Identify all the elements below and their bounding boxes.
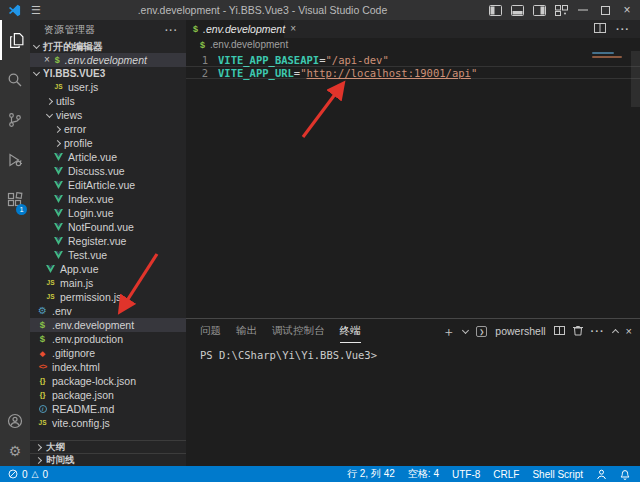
timeline-section[interactable]: 时间线 [30,453,186,466]
js-icon: JS [45,280,56,287]
editor-more-actions-icon[interactable]: ··· [616,23,630,35]
source-control-icon[interactable] [0,100,30,140]
vue-icon [53,223,64,231]
tree-item-EditArticle.vue[interactable]: EditArticle.vue [30,178,186,192]
outline-section[interactable]: 大纲 [30,440,186,453]
tree-item-Index.vue[interactable]: Index.vue [30,192,186,206]
kill-terminal-icon[interactable] [573,325,583,338]
problems-status[interactable]: 0 △ 0 [8,469,48,480]
tree-item-index.html[interactable]: <>index.html [30,360,186,374]
minimize-button[interactable] [572,0,594,20]
customize-layout-icon[interactable] [550,0,572,20]
tab-debug-console[interactable]: 调试控制台 [272,319,325,343]
file-name: package.json [52,389,114,401]
tree-item-vite.config.js[interactable]: JSvite.config.js [30,416,186,430]
editor-area: $ .env.development × ··· $ .env.developm… [186,20,640,466]
chevron-down-icon [33,42,40,49]
search-icon[interactable] [0,60,30,100]
explorer-icon[interactable] [0,20,30,60]
tab-problems[interactable]: 问题 [200,319,221,343]
panel-more-icon[interactable]: ··· [591,325,605,337]
terminal-output[interactable]: PS D:\CSharp\Yi\Yi.BBS.Vue3> [186,343,640,466]
tree-item-Discuss.vue[interactable]: Discuss.vue [30,164,186,178]
tree-item-Register.vue[interactable]: Register.vue [30,234,186,248]
scrollbar[interactable] [631,51,640,107]
code-editor[interactable]: 1 VITE_APP_BASEAPI="/api-dev" 2 VITE_APP… [186,51,640,318]
js-icon: JS [53,84,64,91]
tree-item-package.json[interactable]: {}package.json [30,388,186,402]
file-name: Login.vue [68,207,114,219]
js-icon: JS [45,294,56,301]
open-editors-section[interactable]: 打开的编辑器 [30,40,186,53]
tab-terminal[interactable]: 终端 [340,319,361,343]
file-name: views [56,109,82,121]
extensions-icon[interactable]: 1 [0,180,30,220]
maximize-button[interactable] [594,0,616,20]
tree-item-views[interactable]: views [30,108,186,122]
file-name: Article.vue [68,151,117,163]
warning-count: 0 [42,469,48,480]
chevron-down-icon[interactable] [462,326,469,333]
project-section[interactable]: YI.BBS.VUE3 [30,67,186,80]
shell-icon: $ [37,334,48,344]
feedback-icon[interactable] [596,469,607,480]
account-icon[interactable] [0,406,30,436]
status-eol[interactable]: CRLF [493,469,519,480]
error-icon [8,469,18,479]
tab-output[interactable]: 输出 [236,319,257,343]
tree-item-App.vue[interactable]: App.vue [30,262,186,276]
tab-env-development[interactable]: $ .env.development × [186,20,284,38]
folder-collapsed-icon [46,97,53,104]
line-number: 2 [186,67,208,79]
tree-item-Test.vue[interactable]: Test.vue [30,248,186,262]
status-indentation[interactable]: 空格: 4 [408,467,439,481]
close-panel-icon[interactable]: × [626,326,632,337]
tab-close-icon[interactable]: × [290,24,296,34]
status-language-mode[interactable]: Shell Script [532,469,583,480]
tree-item-main.js[interactable]: JSmain.js [30,276,186,290]
run-debug-icon[interactable] [0,140,30,180]
tree-item-Login.vue[interactable]: Login.vue [30,206,186,220]
tree-item-utils[interactable]: utils [30,94,186,108]
api-url-link[interactable]: http://localhost:19001/api [307,67,471,79]
tree-item-README.md[interactable]: iREADME.md [30,402,186,416]
tree-item-NotFound.vue[interactable]: NotFound.vue [30,220,186,234]
tree-item-permission.js[interactable]: JSpermission.js [30,290,186,304]
split-terminal-icon[interactable] [554,325,565,337]
new-terminal-icon[interactable]: ＋ [442,325,455,338]
shell-name[interactable]: powershell [495,325,545,337]
explorer-sidebar: 资源管理器 ··· 打开的编辑器 × $ .env.development YI… [30,20,186,466]
minimap[interactable] [592,52,624,60]
tree-item-profile[interactable]: profile [30,136,186,150]
file-name: error [64,123,86,135]
split-editor-icon[interactable] [594,23,606,35]
open-editor-item[interactable]: × $ .env.development [30,53,186,67]
close-icon[interactable]: × [44,55,50,65]
project-name-label: YI.BBS.VUE3 [43,68,105,79]
settings-gear-icon[interactable]: ⚙ [0,436,30,466]
tree-item-.env.production[interactable]: $.env.production [30,332,186,346]
window-title: .env.development - Yi.BBS.Vue3 - Visual … [41,4,484,16]
git-icon: ◆ [37,350,48,357]
toggle-panel-icon[interactable] [506,0,528,20]
folder-expanded-icon [46,110,53,117]
toggle-secondary-sidebar-icon[interactable] [528,0,550,20]
tree-item-user.js[interactable]: JSuser.js [30,80,186,94]
tree-item-.env[interactable]: ⚙.env [30,304,186,318]
status-cursor-position[interactable]: 行 2, 列 42 [347,467,395,481]
menu-icon[interactable]: ☰ [31,4,41,17]
toggle-sidebar-icon[interactable] [484,0,506,20]
maximize-panel-icon[interactable] [612,329,619,336]
tree-item-Article.vue[interactable]: Article.vue [30,150,186,164]
tree-item-.gitignore[interactable]: ◆.gitignore [30,346,186,360]
tree-item-.env.development[interactable]: $.env.development [30,318,186,332]
notifications-bell-icon[interactable] [620,469,630,480]
status-encoding[interactable]: UTF-8 [452,469,480,480]
open-editor-file-name: .env.development [65,54,147,66]
breadcrumb[interactable]: $ .env.development [186,38,640,51]
tree-item-error[interactable]: error [30,122,186,136]
code-line-1: 1 VITE_APP_BASEAPI="/api-dev" [186,53,640,66]
sidebar-more-icon[interactable]: ··· [165,25,178,36]
close-button[interactable]: × [616,0,638,20]
tree-item-package-lock.json[interactable]: {}package-lock.json [30,374,186,388]
